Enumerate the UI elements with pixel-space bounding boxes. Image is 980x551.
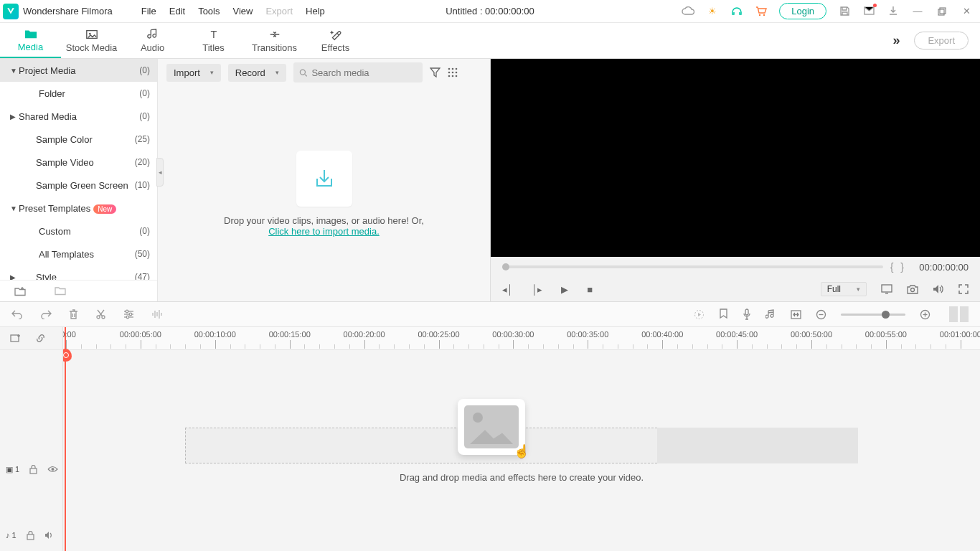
new-folder-icon[interactable] xyxy=(14,286,26,296)
ruler-label: 00:01:00:00 xyxy=(940,330,980,339)
cart-icon[interactable] xyxy=(755,5,768,18)
tab-audio[interactable]: Audio xyxy=(122,23,183,58)
lightbulb-icon[interactable]: ☀ xyxy=(706,5,719,18)
import-media-icon xyxy=(296,151,352,207)
sidebar-item-folder[interactable]: Folder(0) xyxy=(0,82,157,105)
link-icon[interactable] xyxy=(35,333,46,344)
scrub-track[interactable] xyxy=(502,265,883,268)
lock-icon[interactable] xyxy=(27,531,34,540)
sidebar-item-style[interactable]: ▶Style(47) xyxy=(0,265,157,280)
sidebar-item-all-templates[interactable]: All Templates(50) xyxy=(0,242,157,265)
sidebar-item-sample-green-screen[interactable]: Sample Green Screen(10) xyxy=(0,174,157,197)
volume-icon[interactable] xyxy=(933,284,944,294)
zoom-slider[interactable] xyxy=(841,314,905,316)
svg-point-8 xyxy=(300,70,305,75)
stop-icon[interactable]: ■ xyxy=(587,284,593,295)
eye-icon[interactable] xyxy=(47,466,58,473)
svg-point-27 xyxy=(126,310,128,313)
media-sidebar: ▼Project Media(0)Folder(0)▶Shared Media(… xyxy=(0,59,158,301)
menu-view[interactable]: View xyxy=(232,6,253,17)
layout-toggle[interactable] xyxy=(949,306,969,322)
tab-media[interactable]: Media xyxy=(0,23,61,58)
sidebar-item-sample-video[interactable]: Sample Video(20) xyxy=(0,151,157,174)
sidebar-item-count: (25) xyxy=(135,134,150,144)
zoom-out-icon[interactable] xyxy=(816,309,826,320)
sidebar-item-shared-media[interactable]: ▶Shared Media(0) xyxy=(0,105,157,128)
quality-dropdown[interactable]: Full▾ xyxy=(821,282,867,296)
tab-transitions[interactable]: Transitions xyxy=(244,23,305,58)
search-box[interactable] xyxy=(293,62,423,83)
menu-export[interactable]: Export xyxy=(265,6,293,17)
login-button[interactable]: Login xyxy=(779,3,826,19)
sidebar-collapse-handle[interactable]: ◂ xyxy=(156,158,164,187)
crop-icon[interactable] xyxy=(791,310,801,319)
sidebar-item-count: (0) xyxy=(139,111,150,121)
more-tabs-icon[interactable]: » xyxy=(892,33,900,48)
save-icon[interactable] xyxy=(838,5,851,18)
voiceover-icon[interactable] xyxy=(743,309,751,320)
folder-icon[interactable] xyxy=(55,286,66,296)
mark-in-icon[interactable]: { xyxy=(890,261,894,273)
cut-icon[interactable] xyxy=(95,309,106,320)
sidebar-item-count: (20) xyxy=(135,157,150,167)
ruler-label: 00:00:15:00 xyxy=(269,330,311,339)
timeline: ▣ 1 ♪ 1 00:0000:00:05:0000:00:10:0000:00… xyxy=(0,327,980,551)
import-dropdown[interactable]: Import▾ xyxy=(166,64,221,82)
download-icon[interactable] xyxy=(887,5,900,18)
snapshot-icon[interactable] xyxy=(907,285,918,294)
time-ruler[interactable]: 00:0000:00:05:0000:00:10:0000:00:15:0000… xyxy=(63,327,980,350)
cloud-icon[interactable] xyxy=(682,5,694,18)
next-frame-icon[interactable]: │▸ xyxy=(532,284,542,295)
menu-tools[interactable]: Tools xyxy=(198,6,220,17)
export-button[interactable]: Export xyxy=(914,32,969,50)
undo-icon[interactable] xyxy=(11,309,23,319)
sidebar-item-preset-templates[interactable]: ▼Preset TemplatesNew xyxy=(0,197,157,220)
sidebar-item-label: Sample Color xyxy=(19,134,135,145)
playhead[interactable] xyxy=(65,327,66,551)
minimize-icon[interactable]: — xyxy=(911,5,924,18)
maximize-icon[interactable] xyxy=(936,5,948,18)
preview-canvas[interactable] xyxy=(491,59,980,257)
adjust-icon[interactable] xyxy=(123,309,134,319)
zoom-in-icon[interactable] xyxy=(920,309,930,320)
sidebar-item-label: Sample Green Screen xyxy=(19,180,135,191)
app-logo xyxy=(3,4,19,19)
prev-frame-icon[interactable]: ◂│ xyxy=(502,284,513,295)
marker-icon[interactable] xyxy=(719,309,728,320)
play-icon[interactable]: ▶ xyxy=(561,284,568,295)
sidebar-item-label: Custom xyxy=(19,226,139,237)
record-dropdown[interactable]: Record▾ xyxy=(228,64,286,82)
speaker-icon[interactable] xyxy=(44,531,54,540)
grid-view-icon[interactable] xyxy=(448,67,458,77)
menu-file[interactable]: File xyxy=(141,6,156,17)
fullscreen-icon[interactable] xyxy=(958,284,969,294)
tab-stock-media[interactable]: Stock Media xyxy=(61,23,122,58)
tab-titles[interactable]: T Titles xyxy=(183,23,244,58)
track-area[interactable]: 00:0000:00:05:0000:00:10:0000:00:15:0000… xyxy=(63,327,980,551)
close-icon[interactable]: ✕ xyxy=(960,5,973,18)
mark-out-icon[interactable]: } xyxy=(900,261,904,273)
search-input[interactable] xyxy=(311,67,416,78)
render-icon[interactable] xyxy=(694,309,705,320)
video-track-header[interactable]: ▣ 1 xyxy=(0,453,62,485)
track-add-icon[interactable] xyxy=(10,334,21,343)
headset-icon[interactable] xyxy=(730,5,743,18)
delete-icon[interactable] xyxy=(69,309,78,320)
redo-icon[interactable] xyxy=(40,309,52,319)
audio-edit-icon[interactable] xyxy=(151,309,162,319)
import-link[interactable]: Click here to import media. xyxy=(268,226,380,237)
sidebar-item-custom[interactable]: Custom(0) xyxy=(0,220,157,242)
menu-help[interactable]: Help xyxy=(306,6,325,17)
mixer-icon[interactable] xyxy=(765,309,776,320)
menu-edit[interactable]: Edit xyxy=(169,6,185,17)
message-icon[interactable] xyxy=(862,5,875,18)
tab-effects[interactable]: Effects xyxy=(305,23,366,58)
audio-track-header[interactable]: ♪ 1 xyxy=(0,519,62,551)
lock-icon[interactable] xyxy=(29,465,37,474)
display-icon[interactable] xyxy=(881,284,892,294)
scrub-handle[interactable] xyxy=(502,263,509,270)
media-drop-zone[interactable]: Drop your video clips, images, or audio … xyxy=(158,86,490,301)
sidebar-item-sample-color[interactable]: Sample Color(25) xyxy=(0,128,157,151)
sidebar-item-project-media[interactable]: ▼Project Media(0) xyxy=(0,59,157,82)
filter-icon[interactable] xyxy=(430,67,440,77)
